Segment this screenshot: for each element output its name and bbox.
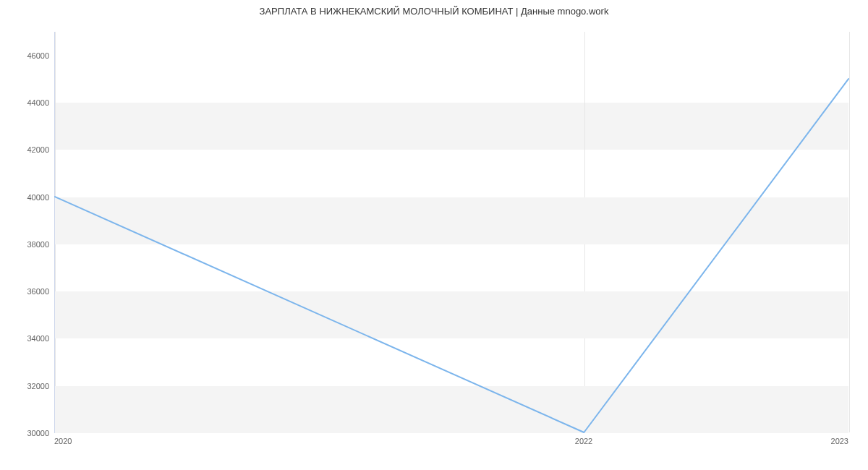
y-tick-label: 36000 xyxy=(6,287,49,296)
y-tick-label: 34000 xyxy=(6,334,49,343)
y-tick-label: 38000 xyxy=(6,240,49,249)
line-series xyxy=(55,32,848,432)
x-tick-label: 2023 xyxy=(831,437,848,445)
chart-container: ЗАРПЛАТА В НИЖНЕКАМСКИЙ МОЛОЧНЫЙ КОМБИНА… xyxy=(0,0,868,470)
y-tick-label: 30000 xyxy=(6,429,49,437)
x-tick-label: 2020 xyxy=(54,437,72,445)
y-tick-label: 44000 xyxy=(6,98,49,107)
chart-title: ЗАРПЛАТА В НИЖНЕКАМСКИЙ МОЛОЧНЫЙ КОМБИНА… xyxy=(0,6,868,17)
x-tick-label: 2022 xyxy=(575,437,592,445)
y-tick-label: 46000 xyxy=(6,51,49,60)
plot-area xyxy=(54,32,848,433)
y-tick-label: 32000 xyxy=(6,382,49,390)
y-tick-label: 40000 xyxy=(6,193,49,202)
x-gridline xyxy=(849,32,850,432)
y-tick-label: 42000 xyxy=(6,145,49,154)
